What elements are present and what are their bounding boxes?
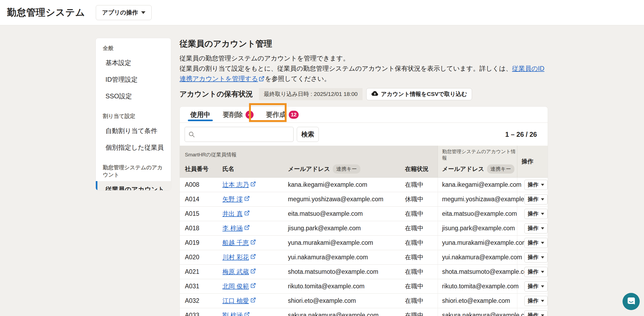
row-action-button[interactable]: 操作 xyxy=(524,194,548,204)
external-link-icon xyxy=(259,74,265,85)
row-action-button[interactable]: 操作 xyxy=(524,296,548,306)
chevron-down-icon xyxy=(541,198,544,200)
sidebar-item-auto-assign[interactable]: 自動割り当て条件 xyxy=(96,123,171,139)
cell-emp-no: A020 xyxy=(180,250,222,265)
employee-name-link[interactable]: 川村 彩花 xyxy=(222,253,256,261)
column-header-account-email: メールアドレス連携キー xyxy=(438,162,517,178)
sidebar-item-basic-settings[interactable]: 基本設定 xyxy=(96,55,171,71)
external-link-icon xyxy=(250,283,256,290)
cell-status: 在職中 xyxy=(403,178,438,192)
group-header-smarthr: SmartHRの従業員情報 xyxy=(180,146,438,162)
column-header-emp-no: 社員番号 xyxy=(180,162,222,178)
cell-status: 在職中 xyxy=(403,265,438,279)
search-button[interactable]: 検索 xyxy=(297,127,319,142)
chevron-down-icon xyxy=(541,184,544,186)
table-body: A008 辻本 志乃 kana.ikegami@example.com 在職中 … xyxy=(180,178,548,316)
page-description: 従業員の勤怠管理システムのアカウントを管理できます。 従業員の割り当て設定をもと… xyxy=(180,53,548,85)
cell-name: 劉 梓涵 xyxy=(222,308,288,316)
row-action-button[interactable]: 操作 xyxy=(524,180,548,190)
row-action-button[interactable]: 操作 xyxy=(524,238,548,248)
cell-name: 船越 千恵 xyxy=(222,236,288,250)
chevron-down-icon xyxy=(541,242,544,244)
cell-actions: 操作 xyxy=(517,265,548,279)
row-action-button[interactable]: 操作 xyxy=(524,209,548,219)
row-action-button[interactable]: 操作 xyxy=(524,267,548,277)
chat-bubble-icon xyxy=(623,293,640,311)
search-row: 検索 1 – 26 / 26 xyxy=(180,123,548,146)
cell-email: rikuto.tomita@example.com xyxy=(288,279,403,294)
search-input[interactable] xyxy=(185,127,294,142)
external-link-icon xyxy=(250,239,256,246)
csv-import-button[interactable]: アカウント情報をCSVで取り込む xyxy=(366,88,472,100)
employee-name-link[interactable]: 北岡 俊範 xyxy=(222,282,256,290)
row-action-button[interactable]: 操作 xyxy=(524,223,548,234)
chat-widget-button[interactable] xyxy=(623,293,640,310)
search-icon xyxy=(188,131,195,139)
tab-to-delete[interactable]: 要削除 4 xyxy=(223,107,254,123)
chevron-down-icon xyxy=(541,285,544,288)
external-link-icon xyxy=(244,225,250,232)
cell-account-email: rikuto.tomita@example.com xyxy=(438,279,517,294)
employee-name-link[interactable]: 江口 柚愛 xyxy=(222,297,256,305)
row-action-button[interactable]: 操作 xyxy=(524,310,548,316)
description-line2: 従業員の割り当て設定をもとに、従業員の勤怠管理システムのアカウント保有状況を表示… xyxy=(180,65,512,72)
employee-name-link[interactable]: 辻本 志乃 xyxy=(222,181,256,189)
cell-name: 川村 彩花 xyxy=(222,250,288,265)
cell-actions: 操作 xyxy=(517,221,548,236)
tab-to-create[interactable]: 要作成 12 xyxy=(266,107,299,123)
cell-email: sakura.nakamura@example.com xyxy=(288,308,403,316)
sidebar-item-id-settings[interactable]: ID管理設定 xyxy=(96,71,171,88)
row-action-button[interactable]: 操作 xyxy=(524,252,548,263)
employee-name-link[interactable]: 梅原 武蔵 xyxy=(222,268,256,276)
cell-emp-no: A008 xyxy=(180,178,222,192)
cell-actions: 操作 xyxy=(517,294,548,308)
cell-name: 北岡 俊範 xyxy=(222,279,288,294)
column-header-email: メールアドレス連携キー xyxy=(288,162,403,178)
cell-name: 井出 真 xyxy=(222,207,288,221)
cell-actions: 操作 xyxy=(517,308,548,316)
cell-account-email: sakura.nakamura@example.com xyxy=(438,308,517,316)
cell-emp-no: A031 xyxy=(180,279,222,294)
sidebar-item-employee-accounts[interactable]: 従業員のアカウント管理 xyxy=(96,181,171,191)
group-header-attendance-system: 勤怠管理システムのアカウント情報 xyxy=(438,146,517,162)
employee-name-link[interactable]: 劉 梓涵 xyxy=(222,311,250,316)
app-actions-button[interactable]: アプリの操作 xyxy=(96,5,152,20)
chevron-down-icon xyxy=(541,271,544,273)
to-delete-count-badge: 4 xyxy=(246,111,254,119)
sidebar-item-sso-settings[interactable]: SSO設定 xyxy=(96,88,171,105)
chevron-down-icon xyxy=(141,11,145,14)
row-action-button[interactable]: 操作 xyxy=(524,281,548,292)
cell-email: eita.matsuo@example.com xyxy=(288,207,403,221)
chevron-down-icon xyxy=(541,227,544,229)
external-link-icon xyxy=(244,312,250,316)
cell-email: yuna.murakami@example.com xyxy=(288,236,403,250)
tab-in-use[interactable]: 使用中 xyxy=(190,107,210,123)
cell-status: 在職中 xyxy=(403,236,438,250)
employee-name-link[interactable]: 井出 真 xyxy=(222,210,250,218)
cell-account-email: shiori.eto@example.com xyxy=(438,294,517,308)
employee-name-link[interactable]: 矢野 澪 xyxy=(222,195,250,203)
cell-email: megumi.yoshizawa@example.com xyxy=(288,192,403,207)
external-link-icon xyxy=(250,297,256,304)
chevron-down-icon xyxy=(541,213,544,215)
cell-account-email: eita.matsuo@example.com xyxy=(438,207,517,221)
cell-status: 在職中 xyxy=(403,279,438,294)
cell-actions: 操作 xyxy=(517,178,548,192)
description-line1: 従業員の勤怠管理システムのアカウントを管理できます。 xyxy=(180,55,349,62)
employee-name-link[interactable]: 船越 千恵 xyxy=(222,239,256,247)
cell-emp-no: A019 xyxy=(180,236,222,250)
external-link-icon xyxy=(250,268,256,275)
external-link-icon xyxy=(244,196,250,203)
sidebar-item-specified-employees[interactable]: 個別指定した従業員 xyxy=(96,139,171,156)
table-row: A008 辻本 志乃 kana.ikegami@example.com 在職中 … xyxy=(180,178,548,192)
chevron-down-icon xyxy=(541,256,544,258)
cell-email: shota.matsumoto@example.com xyxy=(288,265,403,279)
table-row: A031 北岡 俊範 rikuto.tomita@example.com 在職中… xyxy=(180,279,548,294)
link-key-badge: 連携キー xyxy=(333,164,360,174)
chevron-down-icon xyxy=(541,300,544,302)
cloud-upload-icon xyxy=(371,91,378,98)
settings-sidebar: 全般 基本設定 ID管理設定 SSO設定 割り当て設定 自動割り当て条件 個別指… xyxy=(96,38,171,191)
employee-name-link[interactable]: 李 梓涵 xyxy=(222,224,250,232)
table-row: A021 梅原 武蔵 shota.matsumoto@example.com 在… xyxy=(180,265,548,279)
app-header: 勤怠管理システム アプリの操作 xyxy=(0,0,644,25)
